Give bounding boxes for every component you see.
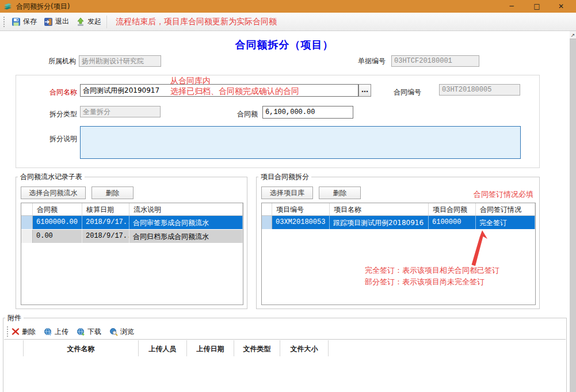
minimize-button[interactable]: ─ [499,0,524,13]
download-icon [77,328,85,336]
exit-icon [44,17,53,26]
signing-status-cell: 完全签订 [476,216,535,229]
contract-name-label: 合同名称 [43,86,77,98]
attachments-grid-header: 文件名称 上传人员 上传日期 文件类型 文件大小 [4,340,566,356]
main-toolbar: 保存 退出 发起 流程结束后，项目库合同额更新为实际合同额 [0,13,576,31]
select-flow-button[interactable]: 选择合同额流水 [21,187,86,199]
flow-col-desc: 流水说明 [129,203,243,215]
signing-status-annotation: 完全签订：表示该项目相关合同都已签订 部分签订：表示该项目尚未完全签订 [365,265,499,288]
attachments-title: 附件 [5,313,24,323]
browse-icon [109,328,118,336]
proj-col-status: 合同签订情况 [476,203,535,215]
org-field [79,55,161,67]
org-label: 所属机构 [41,55,76,67]
signing-required-note: 合同签订情况必填 [474,189,533,200]
project-group-title: 项目合同额拆分 [258,172,311,182]
flow-col-amount: 合同额 [33,203,82,215]
project-row-1[interactable]: 03XM20180053 跟踪项目测试用例20180916 6100000 完全… [262,216,535,230]
attach-col-uploader: 上传人员 [139,340,187,356]
red-arrow-icon [467,230,489,266]
save-icon [12,17,21,26]
flow-grid: 合同额 核算日期 流水说明 6100000.00 2018/9/17... 合同… [21,203,243,305]
split-type-field [80,106,161,117]
exit-button[interactable]: 退出 [40,15,73,28]
toolbar-annotation: 流程结束后，项目库合同额更新为实际合同额 [116,17,277,27]
upload-icon [44,328,52,336]
window-title: 合同额拆分(项目) [16,2,70,12]
project-delete-button[interactable]: 删除 [319,187,361,199]
project-split-group: 项目合同额拆分 选择项目库 删除 合同签订情况必填 项目编号 项目名称 项目合同… [256,177,540,309]
flow-col-date: 核算日期 [82,203,129,215]
flow-row-2[interactable]: 0.00 2018/9/17... 合同归档形成合同额流水 [21,230,243,243]
delete-icon [12,328,20,336]
contract-no-field [439,84,520,96]
toolbar-gripper[interactable] [3,17,5,27]
vertical-scrollbar[interactable]: ↗ [570,31,576,392]
initiate-icon [76,17,85,26]
doc-no-label: 单据编号 [351,55,386,67]
proj-col-amount: 项目合同额 [429,203,476,215]
contract-amount-label: 合同额 [216,108,258,120]
attach-col-filename: 文件名称 [24,340,139,356]
attachments-toolbar: 删除 上传 下载 [4,324,566,340]
row-selector-cell[interactable] [262,216,272,229]
attachment-download-button[interactable]: 下载 [77,327,101,337]
close-button[interactable]: ✕ [550,0,573,13]
split-desc-label: 拆分说明 [43,133,77,144]
flow-delete-button[interactable]: 删除 [91,187,133,199]
proj-col-name: 项目名称 [330,203,429,215]
doc-no-field [391,55,479,67]
attachments-group: 附件 删除 上传 [3,318,567,392]
attach-col-type: 文件类型 [234,340,280,356]
save-button[interactable]: 保存 [8,15,40,28]
contract-form-group: 合同名称 … 从合同库内 选择已归档、合同额完成确认的合同 合同编号 拆分类型 … [16,75,540,168]
attachment-delete-button[interactable]: 删除 [12,327,36,337]
project-grid: 项目编号 项目名称 项目合同额 合同签订情况 03XM20180053 跟踪项目… [261,203,536,305]
contract-no-label: 合同编号 [387,86,421,98]
scroll-up-icon[interactable]: ↗ [570,31,576,39]
row-selector-cell[interactable] [21,230,33,243]
page-title: 合同额拆分（项目） [0,38,569,52]
flow-group-title: 合同额流水记录子表 [18,172,85,182]
initiate-button[interactable]: 发起 [73,15,105,28]
app-window: { "window": { "title": "合同额拆分(项目)", "con… [0,0,576,392]
toolbar-separator [106,16,107,28]
titlebar: 合同额拆分(项目) ─ □ ✕ [0,0,576,13]
contract-picker-button[interactable]: … [358,84,371,97]
attachments-toolbar-gripper[interactable] [7,326,8,337]
attach-col-date: 上传日期 [187,340,234,356]
select-project-button[interactable]: 选择项目库 [261,187,313,199]
maximize-button[interactable]: □ [524,0,550,13]
contract-name-field[interactable] [80,84,358,97]
contract-amount-field[interactable] [262,106,353,119]
split-desc-textarea[interactable] [80,126,521,159]
app-icon [3,2,13,10]
row-selector-cell[interactable] [21,216,33,229]
attach-col-size: 文件大小 [280,340,329,356]
flow-grid-header: 合同额 核算日期 流水说明 [21,203,243,216]
flow-records-group: 合同额流水记录子表 选择合同额流水 删除 合同额 核算日期 流水说明 61000… [16,177,247,309]
attachment-browse-button[interactable]: 浏览 [109,327,134,337]
flow-row-1[interactable]: 6100000.00 2018/9/17... 合同审签形成合同额流水 [21,216,243,230]
project-grid-header: 项目编号 项目名称 项目合同额 合同签订情况 [262,203,535,216]
proj-col-code: 项目编号 [272,203,330,215]
attachment-upload-button[interactable]: 上传 [44,327,68,337]
split-type-label: 拆分类型 [43,108,77,120]
